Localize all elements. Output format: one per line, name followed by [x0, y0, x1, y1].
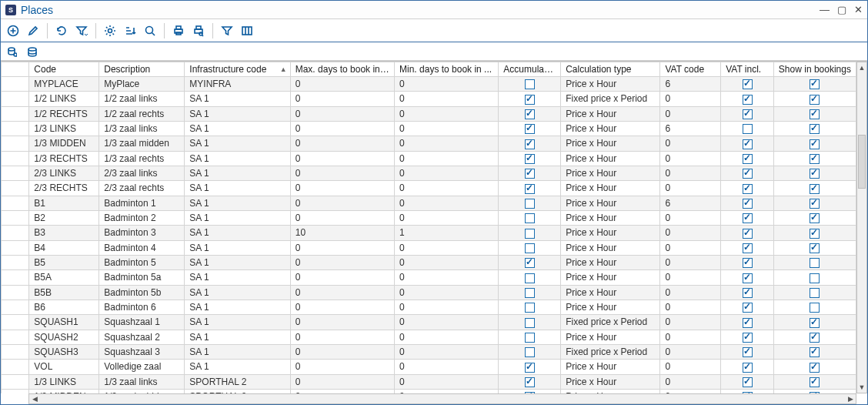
cell-accumulate[interactable] [499, 226, 561, 240]
cell-max-days[interactable]: 0 [290, 121, 394, 136]
cell-show[interactable] [773, 360, 856, 374]
table-row[interactable]: B3Badminton 3SA 1101Price x Hour0 [2, 226, 856, 240]
cell-accumulate[interactable] [499, 106, 561, 121]
cell-vat-code[interactable]: 0 [660, 255, 721, 269]
cell-vat-incl[interactable] [721, 300, 774, 314]
cell-show[interactable] [773, 92, 856, 106]
cell-calc-type[interactable]: Price x Hour [561, 210, 660, 225]
cell-description[interactable]: 2/3 zaal rechts [99, 181, 185, 196]
cell-show[interactable] [773, 240, 856, 255]
cell-calc-type[interactable]: Price x Hour [561, 77, 660, 92]
cell-vat-code[interactable]: 0 [660, 106, 721, 121]
cell-code[interactable]: 1/2 RECHTS [29, 106, 99, 121]
close-button[interactable]: ✕ [854, 4, 863, 15]
checkbox[interactable] [525, 347, 535, 357]
cell-show[interactable] [773, 121, 856, 136]
checkbox[interactable] [743, 288, 753, 298]
checkbox[interactable] [743, 377, 753, 387]
checkbox[interactable] [525, 139, 535, 149]
checkbox[interactable] [743, 184, 753, 194]
cell-description[interactable]: Badminton 1 [99, 196, 185, 210]
cell-description[interactable]: Badminton 4 [99, 240, 185, 255]
row-handle[interactable] [2, 106, 29, 121]
cell-max-days[interactable]: 0 [290, 196, 394, 210]
maximize-button[interactable]: ▢ [837, 4, 846, 15]
cell-show[interactable] [773, 210, 856, 225]
cell-description[interactable]: Squashzaal 3 [99, 344, 185, 359]
cell-min-days[interactable]: 0 [395, 181, 499, 196]
cell-accumulate[interactable] [499, 136, 561, 151]
checkbox[interactable] [743, 243, 753, 253]
checkbox[interactable] [525, 288, 535, 298]
checkbox[interactable] [810, 154, 820, 164]
cell-infra[interactable]: SA 1 [185, 181, 290, 196]
table-row[interactable]: B5BBadminton 5bSA 100Price x Hour0 [2, 285, 856, 300]
checkbox[interactable] [525, 243, 535, 253]
cell-code[interactable]: SQUASH1 [29, 315, 99, 330]
cell-min-days[interactable]: 0 [395, 330, 499, 344]
cell-vat-code[interactable]: 0 [660, 136, 721, 151]
checkbox[interactable] [525, 169, 535, 179]
table-row[interactable]: SQUASH1Squashzaal 1SA 100Fixed price x P… [2, 315, 856, 330]
checkbox[interactable] [525, 213, 535, 223]
col-max-days[interactable]: Max. days to book in ... [290, 62, 394, 77]
cell-max-days[interactable]: 0 [290, 344, 394, 359]
checkbox[interactable] [743, 303, 753, 313]
vscroll-track[interactable] [857, 73, 866, 382]
cell-calc-type[interactable]: Price x Hour [561, 240, 660, 255]
cell-vat-incl[interactable] [721, 330, 774, 344]
cell-vat-code[interactable]: 0 [660, 360, 721, 374]
row-handle[interactable] [2, 77, 29, 92]
row-handle[interactable] [2, 270, 29, 285]
checkbox[interactable] [810, 243, 820, 253]
cell-accumulate[interactable] [499, 151, 561, 166]
checkbox[interactable] [743, 95, 753, 105]
cell-code[interactable]: 1/2 LINKS [29, 92, 99, 106]
cell-min-days[interactable]: 0 [395, 151, 499, 166]
cell-calc-type[interactable]: Fixed price x Period [561, 344, 660, 359]
cell-description[interactable]: 1/3 zaal midden [99, 136, 185, 151]
checkbox[interactable] [810, 258, 820, 268]
cell-description[interactable]: 1/3 zaal links [99, 121, 185, 136]
table-row[interactable]: VOLVolledige zaalSA 100Price x Hour0 [2, 360, 856, 374]
cell-code[interactable]: VOL [29, 360, 99, 374]
checkbox[interactable] [810, 79, 820, 89]
checkbox[interactable] [810, 139, 820, 149]
cell-calc-type[interactable]: Fixed price x Period [561, 315, 660, 330]
cell-code[interactable]: SQUASH2 [29, 330, 99, 344]
cell-show[interactable] [773, 196, 856, 210]
cell-description[interactable]: Volledige zaal [99, 360, 185, 374]
cell-infra[interactable]: SA 1 [185, 196, 290, 210]
cell-accumulate[interactable] [499, 315, 561, 330]
cell-description[interactable]: Squashzaal 2 [99, 330, 185, 344]
table-row[interactable]: SQUASH3Squashzaal 3SA 100Fixed price x P… [2, 344, 856, 359]
checkbox[interactable] [743, 273, 753, 283]
cell-min-days[interactable]: 0 [395, 240, 499, 255]
checkbox[interactable] [525, 199, 535, 209]
row-handle[interactable] [2, 92, 29, 106]
row-handle[interactable] [2, 196, 29, 210]
checkbox[interactable] [525, 184, 535, 194]
cell-infra[interactable]: SA 1 [185, 255, 290, 269]
table-row[interactable]: 2/3 RECHTS2/3 zaal rechtsSA 100Price x H… [2, 181, 856, 196]
col-show[interactable]: Show in bookings [773, 62, 856, 77]
cell-infra[interactable]: SA 1 [185, 330, 290, 344]
checkbox[interactable] [810, 288, 820, 298]
cell-code[interactable]: 2/3 RECHTS [29, 181, 99, 196]
cell-accumulate[interactable] [499, 92, 561, 106]
sort-button[interactable] [121, 22, 139, 40]
cell-show[interactable] [773, 330, 856, 344]
cell-show[interactable] [773, 226, 856, 240]
cell-code[interactable]: B5 [29, 255, 99, 269]
row-handle[interactable] [2, 300, 29, 314]
cell-min-days[interactable]: 0 [395, 300, 499, 314]
cell-vat-incl[interactable] [721, 166, 774, 180]
cell-accumulate[interactable] [499, 77, 561, 92]
checkbox[interactable] [743, 229, 753, 239]
cell-vat-code[interactable]: 6 [660, 196, 721, 210]
cell-infra[interactable]: SA 1 [185, 315, 290, 330]
checkbox[interactable] [810, 229, 820, 239]
col-code[interactable]: Code [29, 62, 99, 77]
cell-vat-incl[interactable] [721, 106, 774, 121]
col-vat-code[interactable]: VAT code [660, 62, 721, 77]
